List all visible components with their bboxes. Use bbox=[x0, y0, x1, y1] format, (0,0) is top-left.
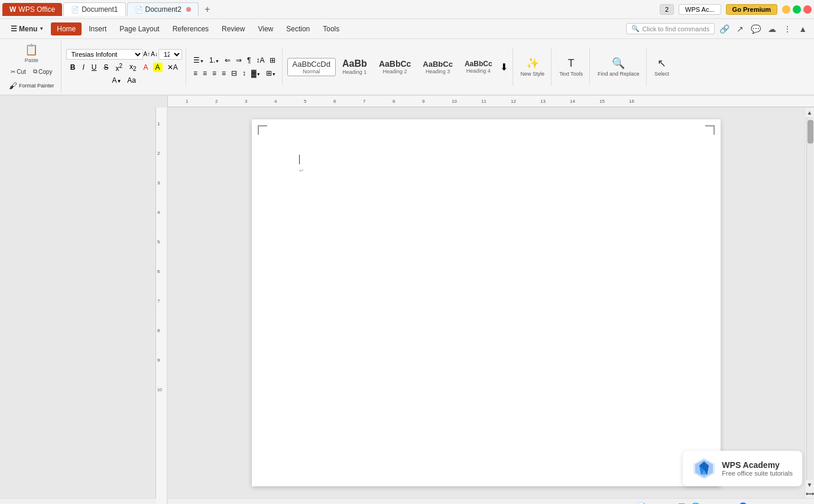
align-left-button[interactable]: ≡ bbox=[191, 68, 200, 79]
numbered-list-button[interactable]: 1.▼ bbox=[207, 55, 222, 66]
border-button[interactable]: ⊞▼ bbox=[264, 68, 278, 79]
menu-label: Menu bbox=[19, 25, 37, 33]
underline-button[interactable]: U bbox=[89, 63, 99, 72]
clear-format-button[interactable]: ✕A bbox=[165, 63, 180, 72]
style-heading4[interactable]: AaBbCc Heading 4 bbox=[459, 58, 498, 76]
menu-home[interactable]: Home bbox=[51, 22, 82, 35]
decrease-indent-button[interactable]: ⇐ bbox=[222, 55, 233, 66]
select-label: Select bbox=[654, 71, 669, 77]
zoom-in-button[interactable]: + bbox=[776, 502, 780, 505]
font-name-select[interactable]: Tiresias Infofont bbox=[66, 49, 143, 60]
zoom-controls: − + 100% ⛶ bbox=[718, 502, 808, 505]
font-color-button[interactable]: A bbox=[141, 63, 151, 72]
more-icon[interactable]: ⋮ bbox=[781, 23, 794, 35]
style-heading3[interactable]: AaBbCc Heading 3 bbox=[417, 58, 458, 76]
export-icon[interactable]: ↗ bbox=[734, 23, 746, 35]
document-area[interactable]: ↵ bbox=[168, 108, 805, 498]
style-heading1[interactable]: AaBb Heading 1 bbox=[337, 57, 372, 77]
highlight-button[interactable]: A bbox=[153, 63, 163, 72]
focus-mode-button[interactable]: 👁 bbox=[705, 502, 714, 505]
justify-button[interactable]: ≡ bbox=[219, 68, 228, 79]
increase-indent-button[interactable]: ⇒ bbox=[234, 55, 244, 66]
doc-view-button[interactable]: 📄 bbox=[637, 502, 647, 505]
format-painter-button[interactable]: 🖌 Format Painter bbox=[6, 79, 57, 92]
cut-button[interactable]: ✂ Cut bbox=[8, 66, 29, 77]
zoom-out-button[interactable]: − bbox=[718, 502, 723, 505]
sort-button[interactable]: ↕A bbox=[254, 55, 267, 66]
char-spacing-button[interactable]: Aa bbox=[125, 76, 138, 85]
section-label: Section bbox=[286, 25, 310, 33]
document2-tab[interactable]: 📄 Document2 bbox=[127, 2, 199, 16]
ruler-left-spacer bbox=[0, 96, 168, 108]
menu-references[interactable]: References bbox=[167, 22, 215, 35]
menu-section[interactable]: Section bbox=[280, 22, 316, 35]
copy-button[interactable]: ⧉ Copy bbox=[30, 66, 55, 77]
return-mark: ↵ bbox=[299, 167, 304, 174]
style-normal[interactable]: AaBbCcDd Normal bbox=[287, 58, 336, 76]
insert-label: Insert bbox=[89, 25, 106, 33]
close-button[interactable] bbox=[803, 5, 812, 14]
font-shrink-button[interactable]: A↓ bbox=[151, 51, 158, 57]
table-button[interactable]: ⊞ bbox=[267, 55, 278, 66]
outline-view-button[interactable]: ☰ bbox=[678, 502, 686, 505]
new-tab-button[interactable]: + bbox=[200, 3, 215, 16]
style-heading2[interactable]: AaBbCc Heading 2 bbox=[374, 57, 416, 76]
menu-page-layout[interactable]: Page Layout bbox=[113, 22, 165, 35]
web-view-button[interactable]: 🌐 bbox=[690, 502, 701, 505]
scroll-up-button[interactable]: ▲ bbox=[805, 108, 815, 117]
collapse-icon[interactable]: ▲ bbox=[796, 23, 809, 35]
bullet-list-button[interactable]: ☰▼ bbox=[191, 55, 206, 66]
align-right-button[interactable]: ≡ bbox=[210, 68, 219, 79]
scroll-down-button[interactable]: ▼ bbox=[805, 480, 815, 489]
font-size-select[interactable]: 12 bbox=[158, 49, 182, 60]
styles-expand-button[interactable]: ⬇ bbox=[499, 60, 509, 74]
line-spacing-button[interactable]: ↕ bbox=[240, 68, 248, 79]
bold-button[interactable]: B bbox=[68, 63, 78, 72]
find-replace-button[interactable]: 🔍 Find and Replace bbox=[595, 55, 643, 79]
italic-button[interactable]: I bbox=[80, 63, 86, 72]
watermark-subtitle: Free office suite tutorials bbox=[722, 470, 793, 477]
minimize-button[interactable] bbox=[782, 5, 790, 14]
superscript-button[interactable]: x2 bbox=[113, 62, 125, 73]
list-row: ☰▼ 1.▼ ⇐ ⇒ ¶ ↕A ⊞ bbox=[191, 55, 278, 66]
maximize-button[interactable] bbox=[793, 5, 801, 14]
command-search-box[interactable]: 🔍 Click to find commands bbox=[626, 23, 715, 34]
text-cursor bbox=[299, 155, 300, 164]
ruler-svg: 12 34 56 78 910 1112 1314 1516 bbox=[168, 96, 814, 108]
paste-button[interactable]: 📋 Paste bbox=[21, 41, 42, 65]
menu-arrow: ▼ bbox=[39, 26, 44, 31]
share-icon[interactable]: 🔗 bbox=[717, 23, 732, 35]
wps-office-tab[interactable]: W WPS Office bbox=[2, 3, 62, 16]
document-page[interactable]: ↵ bbox=[252, 119, 721, 486]
new-style-button[interactable]: ✨ New Style bbox=[518, 55, 548, 79]
wps-account-button[interactable]: WPS Ac... bbox=[679, 4, 721, 15]
cut-label: Cut bbox=[17, 69, 26, 75]
menu-tools[interactable]: Tools bbox=[317, 22, 345, 35]
align-center-button[interactable]: ≡ bbox=[200, 68, 209, 79]
expand-icon[interactable]: ⟺ bbox=[806, 490, 814, 497]
shading-button[interactable]: ▓▼ bbox=[249, 68, 263, 79]
split-view-button[interactable]: ⊟ bbox=[666, 502, 673, 505]
read-view-button[interactable]: 📖 bbox=[651, 502, 661, 505]
column-button[interactable]: ⊟ bbox=[229, 68, 239, 79]
document1-tab[interactable]: 📄 Document1 bbox=[63, 2, 125, 16]
text-effect-button[interactable]: A▼ bbox=[109, 76, 124, 85]
text-tools-button[interactable]: T Text Tools bbox=[556, 56, 586, 79]
menu-view[interactable]: View bbox=[252, 22, 279, 35]
menu-button[interactable]: ☰ Menu ▼ bbox=[5, 22, 50, 35]
text-tools-icon: T bbox=[568, 57, 575, 70]
scroll-track[interactable] bbox=[806, 117, 813, 480]
menu-review[interactable]: Review bbox=[216, 22, 251, 35]
show-formatting-button[interactable]: ¶ bbox=[245, 55, 253, 66]
scroll-thumb[interactable] bbox=[807, 120, 813, 144]
font-grow-button[interactable]: A↑ bbox=[144, 51, 151, 57]
cloud-icon[interactable]: ☁ bbox=[766, 23, 779, 35]
go-premium-button[interactable]: Go Premium bbox=[726, 4, 777, 15]
subscript-button[interactable]: x2 bbox=[127, 62, 139, 73]
menu-insert[interactable]: Insert bbox=[83, 22, 112, 35]
clipboard-section: 📋 Paste ✂ Cut ⧉ Copy 🖌 Format Painter bbox=[2, 40, 61, 93]
select-button[interactable]: ↖ Select bbox=[651, 55, 673, 79]
strikethrough-button[interactable]: S bbox=[101, 63, 111, 72]
comment-icon[interactable]: 💬 bbox=[748, 23, 763, 35]
zoom-slider[interactable] bbox=[726, 502, 773, 505]
